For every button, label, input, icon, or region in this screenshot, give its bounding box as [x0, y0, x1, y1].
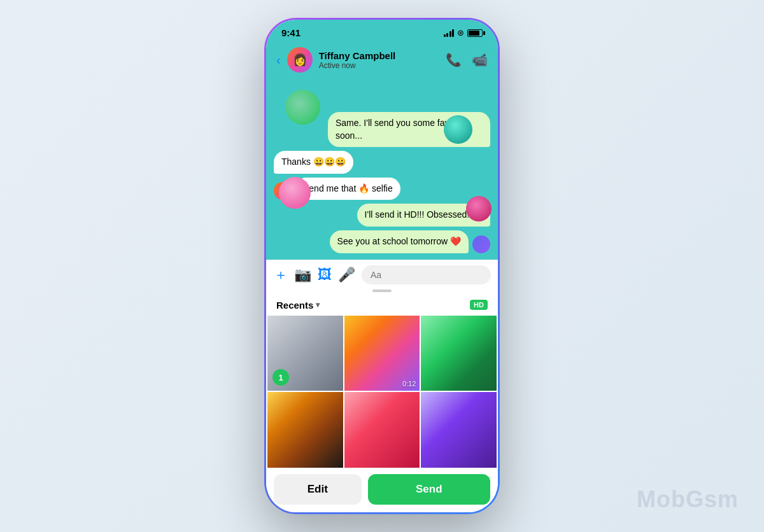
edit-button[interactable]: Edit — [274, 474, 362, 505]
message-bubble-out: I'll send it HD!!! Obsessed! 🤩 — [357, 204, 490, 227]
emoji-button[interactable]: 😊 — [497, 267, 498, 283]
send-button[interactable]: Send — [368, 474, 490, 505]
media-cell[interactable] — [267, 392, 343, 468]
status-icons: ⊛ — [444, 28, 483, 38]
message-bubble-in: Thanks 😀😀😀 — [274, 151, 353, 174]
media-grid-row2 — [266, 392, 498, 468]
media-cell[interactable] — [344, 392, 420, 468]
phone-inner: 9:41 ⊛ ‹ 👩 Tiffany Campb — [266, 20, 498, 512]
media-cell[interactable] — [421, 316, 497, 391]
video-duration: 0:12 — [402, 380, 416, 388]
message-text: I'll send it HD!!! Obsessed! 🤩 — [365, 209, 483, 220]
message-row: Thanks 😀😀😀 — [274, 151, 490, 174]
page-background: 9:41 ⊛ ‹ 👩 Tiffany Campb — [0, 0, 764, 532]
media-cell[interactable]: 0:12 — [344, 316, 420, 391]
call-button[interactable]: 📞 — [446, 52, 462, 67]
contact-name: Tiffany Campbell — [319, 50, 439, 61]
chat-header: ‹ 👩 Tiffany Campbell Active now 📞 📹 — [266, 42, 498, 80]
video-button[interactable]: 📹 — [472, 52, 488, 67]
recents-dropdown[interactable]: Recents ▾ — [276, 300, 320, 311]
recents-label-text: Recents — [276, 300, 313, 311]
watermark: MobGsm — [637, 486, 739, 513]
input-bar: ＋ 📷 🖼 🎤 😊 🙂 — [266, 260, 498, 290]
selected-badge: 1 — [272, 369, 289, 386]
contact-status: Active now — [319, 61, 439, 70]
chat-area: Same. I'll send you some faves soon... T… — [266, 80, 498, 260]
message-bubble-in: Send me that 🔥 selfie — [295, 178, 400, 200]
message-row: See you at school tomorrow ❤️ — [274, 230, 490, 253]
scroll-indicator — [372, 290, 392, 292]
header-actions: 📞 📹 — [446, 52, 488, 67]
sender-avatar — [274, 182, 292, 200]
message-row: I'll send it HD!!! Obsessed! 🤩 — [274, 204, 490, 227]
action-buttons: Edit Send — [266, 468, 498, 512]
message-text: Send me that 🔥 selfie — [303, 183, 393, 193]
message-row: Send me that 🔥 selfie — [274, 178, 490, 200]
contact-avatar: 👩 — [287, 47, 313, 73]
add-button[interactable]: ＋ — [274, 265, 288, 284]
status-time: 9:41 — [281, 27, 301, 38]
battery-icon — [467, 29, 483, 37]
chevron-down-icon: ▾ — [316, 300, 320, 309]
wifi-icon: ⊛ — [457, 28, 464, 38]
back-button[interactable]: ‹ — [276, 53, 281, 66]
signal-icon — [444, 29, 455, 37]
phone-frame: 9:41 ⊛ ‹ 👩 Tiffany Campb — [264, 18, 500, 514]
contact-info: Tiffany Campbell Active now — [319, 50, 439, 70]
media-cell[interactable]: 1 — [267, 316, 343, 391]
message-text: Thanks 😀😀😀 — [281, 157, 346, 167]
image-button[interactable]: 🖼 — [318, 267, 332, 283]
media-header: Recents ▾ HD — [266, 296, 498, 316]
message-bubble-out: Same. I'll send you some faves soon... — [328, 112, 490, 147]
camera-button[interactable]: 📷 — [294, 267, 311, 283]
message-input[interactable] — [362, 265, 491, 284]
message-text: See you at school tomorrow ❤️ — [337, 236, 461, 246]
media-picker: Recents ▾ HD 1 0:12 — [266, 290, 498, 468]
hd-badge[interactable]: HD — [470, 300, 488, 310]
status-bar: 9:41 ⊛ — [266, 20, 498, 42]
media-cell[interactable] — [421, 392, 497, 468]
message-row: Same. I'll send you some faves soon... — [274, 112, 490, 147]
avatar-image: 👩 — [287, 47, 313, 73]
message-text: Same. I'll send you some faves soon... — [336, 118, 458, 141]
mic-button[interactable]: 🎤 — [338, 267, 355, 283]
media-grid: 1 0:12 — [266, 316, 498, 391]
sender-avatar-out — [472, 235, 490, 253]
message-bubble-out: See you at school tomorrow ❤️ — [330, 230, 469, 253]
